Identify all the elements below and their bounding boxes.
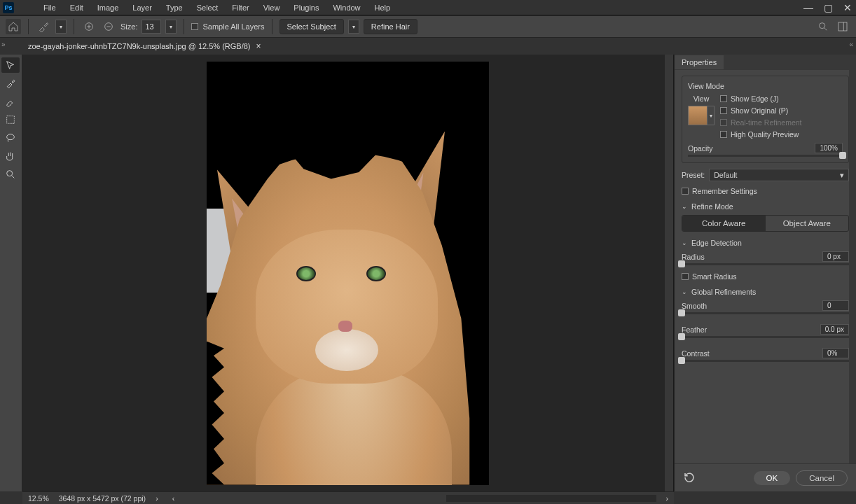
close-tab-icon[interactable]: × <box>256 41 261 51</box>
show-original-checkbox[interactable] <box>720 107 727 114</box>
home-button[interactable] <box>6 19 21 34</box>
app-logo: Ps <box>3 2 14 13</box>
global-refinements-header[interactable]: ⌄Global Refinements <box>682 288 849 296</box>
global-refinements-label: Global Refinements <box>691 288 756 296</box>
remember-settings-checkbox[interactable] <box>682 188 689 195</box>
opacity-slider[interactable] <box>688 155 843 157</box>
show-original-label: Show Original (P) <box>731 106 788 115</box>
minimize-button[interactable]: — <box>803 2 814 13</box>
smart-radius-checkbox[interactable] <box>682 273 689 280</box>
add-to-selection-icon[interactable] <box>81 19 97 34</box>
preset-dropdown[interactable]: Default▾ <box>709 169 849 181</box>
document-canvas[interactable] <box>207 62 489 485</box>
menu-help[interactable]: Help <box>368 2 398 13</box>
radius-slider-thumb[interactable] <box>678 260 685 267</box>
chevron-down-icon: ⌄ <box>682 239 687 246</box>
workspace-switcher-icon[interactable] <box>835 19 850 34</box>
feather-slider[interactable] <box>682 336 849 338</box>
canvas-image-region <box>296 266 316 281</box>
expand-right-icon[interactable]: « <box>849 41 853 48</box>
menu-file[interactable]: File <box>36 2 63 13</box>
brush-tool[interactable] <box>1 94 20 109</box>
divider <box>74 19 74 34</box>
expand-left-icon[interactable]: » <box>1 41 6 48</box>
status-chevron-right-icon[interactable]: › <box>666 494 669 503</box>
options-bar: ▾ Size: ▾ Sample All Layers Select Subje… <box>0 15 856 38</box>
view-label: View <box>693 94 710 103</box>
menu-plugins[interactable]: Plugins <box>287 2 326 13</box>
view-thumbnail[interactable] <box>688 106 707 125</box>
menu-image[interactable]: Image <box>90 2 126 13</box>
maximize-button[interactable]: ▢ <box>822 2 834 13</box>
status-chevron-left-icon[interactable]: ‹ <box>172 494 175 503</box>
radius-value[interactable]: 0 px <box>822 251 849 262</box>
ok-button[interactable]: OK <box>754 471 791 485</box>
menu-select[interactable]: Select <box>190 2 226 13</box>
properties-tab-row: Properties <box>675 55 856 70</box>
zoom-level[interactable]: 12.5% <box>28 494 49 503</box>
edge-detection-label: Edge Detection <box>691 239 742 247</box>
menu-type[interactable]: Type <box>159 2 190 13</box>
select-subject-dropdown[interactable]: ▾ <box>348 20 359 34</box>
chevron-down-icon: ⌄ <box>682 288 687 295</box>
titlebar: Ps File Edit Image Layer Type Select Fil… <box>0 0 856 15</box>
subtract-from-selection-icon[interactable] <box>101 19 116 34</box>
zoom-tool[interactable] <box>1 167 20 182</box>
toolbox <box>0 55 22 491</box>
color-aware-button[interactable]: Color Aware <box>682 216 766 231</box>
menu-filter[interactable]: Filter <box>225 2 256 13</box>
cancel-button[interactable]: Cancel <box>796 470 848 486</box>
quick-selection-tool[interactable] <box>1 57 20 73</box>
refine-edge-brush-tool[interactable] <box>1 76 20 91</box>
hand-tool[interactable] <box>1 148 20 164</box>
close-button[interactable]: ✕ <box>842 2 853 13</box>
brush-preset-dropdown[interactable]: ▾ <box>55 20 67 34</box>
canvas-area[interactable] <box>22 55 674 491</box>
size-input[interactable] <box>141 20 161 34</box>
brush-preset-icon[interactable] <box>36 19 51 34</box>
search-icon[interactable] <box>815 19 831 34</box>
feather-value[interactable]: 0.0 px <box>820 324 849 335</box>
horizontal-scrollbar[interactable] <box>446 495 656 502</box>
menu-window[interactable]: Window <box>326 2 367 13</box>
smooth-value[interactable]: 0 <box>822 300 849 311</box>
select-subject-button[interactable]: Select Subject <box>279 19 344 34</box>
canvas-scrollbar-vertical[interactable] <box>665 55 673 491</box>
view-dropdown[interactable]: ▾ <box>707 106 715 125</box>
status-chevron-right-icon[interactable]: › <box>156 494 158 503</box>
properties-tab[interactable]: Properties <box>675 55 724 69</box>
opacity-slider-thumb[interactable] <box>839 152 846 159</box>
document-tab[interactable]: zoe-gayah-jonker-uhnbTZC7N9k-unsplash.jp… <box>28 41 261 51</box>
refine-mode-toggle: Color Aware Object Aware <box>682 215 849 232</box>
contrast-value[interactable]: 0% <box>822 348 849 358</box>
high-quality-preview-label: High Quality Preview <box>731 130 799 139</box>
object-aware-button[interactable]: Object Aware <box>766 216 849 231</box>
properties-scrollbar[interactable] <box>849 70 856 463</box>
contrast-slider-thumb[interactable] <box>678 357 685 364</box>
lasso-tool[interactable] <box>1 130 20 146</box>
menu-edit[interactable]: Edit <box>63 2 90 13</box>
object-selection-tool[interactable] <box>1 112 20 127</box>
high-quality-preview-checkbox[interactable] <box>720 131 727 138</box>
menu-layer[interactable]: Layer <box>125 2 159 13</box>
view-mode-section: View Mode View ▾ Show Edge (J) Show Orig… <box>682 76 849 163</box>
refine-hair-button[interactable]: Refine Hair <box>364 19 417 34</box>
show-edge-checkbox[interactable] <box>720 95 727 102</box>
reset-button[interactable] <box>683 471 696 485</box>
contrast-slider[interactable] <box>682 360 849 362</box>
canvas-image-region <box>315 329 378 371</box>
menu-view[interactable]: View <box>256 2 287 13</box>
opacity-value[interactable]: 100% <box>815 143 843 153</box>
canvas-image-region <box>338 321 352 332</box>
sample-all-layers-checkbox[interactable] <box>191 23 198 30</box>
size-dropdown[interactable]: ▾ <box>165 20 177 34</box>
divider <box>272 19 272 34</box>
refine-mode-header[interactable]: ⌄Refine Mode <box>682 202 849 211</box>
feather-slider-thumb[interactable] <box>678 333 685 340</box>
smooth-slider-thumb[interactable] <box>678 309 685 316</box>
properties-panel: Properties View Mode View ▾ Show Edge (J… <box>674 55 856 491</box>
radius-slider[interactable] <box>682 263 849 265</box>
edge-detection-header[interactable]: ⌄Edge Detection <box>682 239 849 247</box>
smooth-slider[interactable] <box>682 312 849 314</box>
refine-mode-label: Refine Mode <box>691 202 733 211</box>
